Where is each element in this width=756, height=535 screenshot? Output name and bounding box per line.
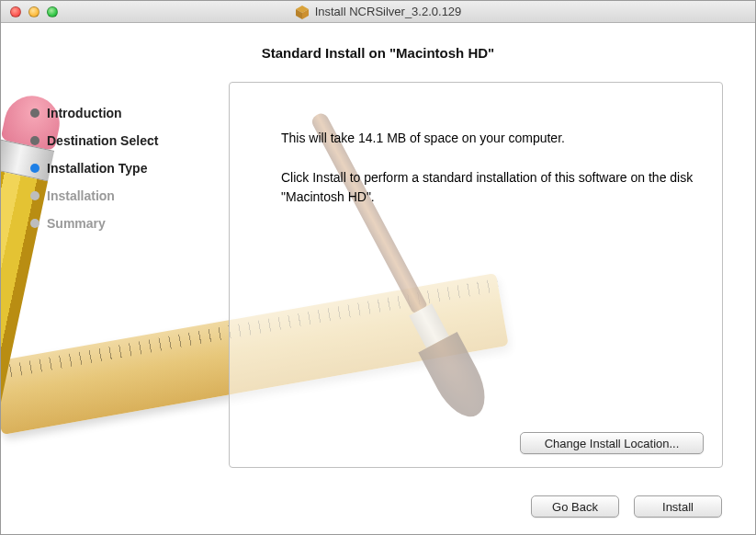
step-label: Installation Type	[47, 161, 147, 176]
install-button[interactable]: Install	[634, 495, 722, 518]
instructions-text: Click Install to perform a standard inst…	[281, 168, 696, 207]
step-destination-select: Destination Select	[30, 133, 223, 148]
step-label: Introduction	[47, 106, 122, 120]
svg-marker-2	[302, 9, 309, 19]
window-title: Install NCRSilver_3.2.0.129	[315, 5, 462, 18]
step-installation-type: Installation Type	[30, 161, 223, 176]
change-install-location-button[interactable]: Change Install Location...	[520, 432, 704, 454]
disk-space-text: This will take 14.1 MB of space on your …	[281, 129, 696, 148]
titlebar: Install NCRSilver_3.2.0.129	[1, 1, 755, 23]
svg-marker-1	[296, 9, 302, 19]
step-label: Summary	[47, 216, 106, 231]
step-bullet-icon	[30, 136, 39, 145]
step-summary: Summary	[30, 216, 223, 231]
installer-steps: Introduction Destination Select Installa…	[30, 106, 223, 231]
step-label: Destination Select	[47, 133, 158, 148]
step-bullet-icon	[30, 164, 39, 173]
minimize-window-button[interactable]	[28, 6, 39, 17]
footer-buttons: Go Back Install	[531, 495, 722, 518]
content-area: Standard Install on "Macintosh HD" Intro…	[1, 23, 755, 535]
go-back-button[interactable]: Go Back	[531, 495, 619, 518]
svg-marker-0	[296, 6, 309, 13]
step-label: Installation	[47, 188, 115, 203]
main-panel: This will take 14.1 MB of space on your …	[229, 82, 723, 468]
step-bullet-icon	[30, 219, 39, 228]
page-heading: Standard Install on "Macintosh HD"	[1, 45, 755, 61]
package-icon	[295, 5, 310, 19]
window-controls	[1, 6, 58, 17]
close-window-button[interactable]	[10, 6, 21, 17]
zoom-window-button[interactable]	[47, 6, 58, 17]
step-bullet-icon	[30, 108, 39, 118]
step-bullet-icon	[30, 191, 39, 200]
step-installation: Installation	[30, 188, 223, 203]
step-introduction: Introduction	[30, 106, 223, 120]
